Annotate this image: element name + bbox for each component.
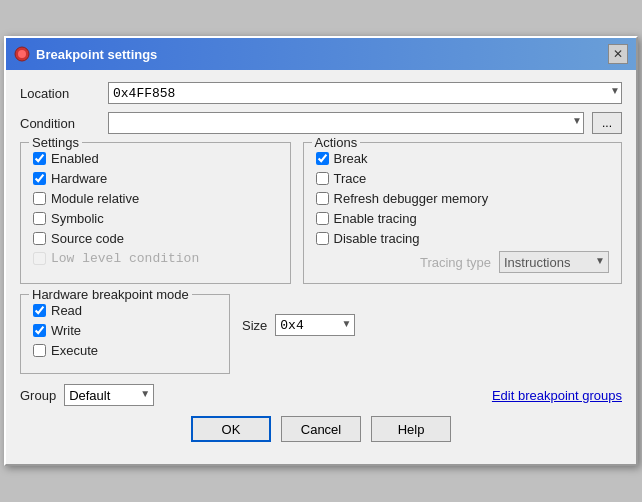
checkbox-symbolic: Symbolic [33,211,278,226]
enable-tracing-label[interactable]: Enable tracing [334,211,417,226]
module-relative-label[interactable]: Module relative [51,191,139,206]
location-row: Location 0x4FF858 ▼ [20,82,622,104]
title-bar: Breakpoint settings ✕ [6,38,636,70]
checkbox-refresh: Refresh debugger memory [316,191,609,206]
checkbox-disable-tracing: Disable tracing [316,231,609,246]
hw-mode-box: Hardware breakpoint mode Read Write Exec… [20,294,230,374]
location-label: Location [20,86,100,101]
dialog-content: Location 0x4FF858 ▼ Condition ▼ ... [6,70,636,464]
group-select-wrapper: Default ▼ [64,384,154,406]
low-level-label: Low level condition [51,251,199,266]
source-code-label[interactable]: Source code [51,231,124,246]
dialog-title: Breakpoint settings [36,47,157,62]
checkbox-break: Break [316,151,609,166]
checkbox-trace: Trace [316,171,609,186]
execute-checkbox[interactable] [33,344,46,357]
close-button[interactable]: ✕ [608,44,628,64]
write-label[interactable]: Write [51,323,81,338]
disable-tracing-checkbox[interactable] [316,232,329,245]
group-area: Group Default ▼ [20,384,154,406]
checkbox-low-level: Low level condition [33,251,278,266]
source-code-checkbox[interactable] [33,232,46,245]
checkbox-hardware: Hardware [33,171,278,186]
group-select[interactable]: Default [64,384,154,406]
bottom-sections: Hardware breakpoint mode Read Write Exec… [20,294,622,374]
cancel-button[interactable]: Cancel [281,416,361,442]
enabled-checkbox[interactable] [33,152,46,165]
sections-row: Settings Enabled Hardware Module relativ… [20,142,622,284]
refresh-checkbox[interactable] [316,192,329,205]
read-label[interactable]: Read [51,303,82,318]
read-checkbox[interactable] [33,304,46,317]
checkbox-source-code: Source code [33,231,278,246]
enable-tracing-checkbox[interactable] [316,212,329,225]
disable-tracing-label[interactable]: Disable tracing [334,231,420,246]
tracing-type-row: Tracing type Instructions ▼ [316,251,609,273]
refresh-label[interactable]: Refresh debugger memory [334,191,489,206]
hardware-label[interactable]: Hardware [51,171,107,186]
actions-title: Actions [312,135,361,150]
size-select-wrapper: 0x1 0x2 0x4 0x8 ▼ [275,314,355,336]
tracing-type-label: Tracing type [420,255,491,270]
size-select[interactable]: 0x1 0x2 0x4 0x8 [275,314,355,336]
footer-row: Group Default ▼ Edit breakpoint groups [20,384,622,406]
checkbox-read: Read [33,303,217,318]
actions-box: Actions Break Trace Refresh debugger mem… [303,142,622,284]
checkbox-write: Write [33,323,217,338]
break-label[interactable]: Break [334,151,368,166]
tracing-type-select[interactable]: Instructions [499,251,609,273]
module-relative-checkbox[interactable] [33,192,46,205]
settings-title: Settings [29,135,82,150]
condition-label: Condition [20,116,100,131]
symbolic-checkbox[interactable] [33,212,46,225]
location-select[interactable]: 0x4FF858 [108,82,622,104]
low-level-checkbox[interactable] [33,252,46,265]
checkbox-enable-tracing: Enable tracing [316,211,609,226]
checkbox-enabled: Enabled [33,151,278,166]
execute-label[interactable]: Execute [51,343,98,358]
checkbox-module-relative: Module relative [33,191,278,206]
settings-box: Settings Enabled Hardware Module relativ… [20,142,291,284]
tracing-type-select-wrapper: Instructions ▼ [499,251,609,273]
edit-groups-link[interactable]: Edit breakpoint groups [492,388,622,403]
group-label: Group [20,388,56,403]
breakpoint-settings-dialog: Breakpoint settings ✕ Location 0x4FF858 … [4,36,638,466]
buttons-row: OK Cancel Help [20,416,622,452]
breakpoint-icon [14,46,30,62]
condition-select[interactable] [108,112,584,134]
hw-mode-title: Hardware breakpoint mode [29,287,192,302]
condition-row: Condition ▼ ... [20,112,622,134]
size-label: Size [242,318,267,333]
break-checkbox[interactable] [316,152,329,165]
trace-checkbox[interactable] [316,172,329,185]
size-area: Size 0x1 0x2 0x4 0x8 ▼ [242,314,355,336]
symbolic-label[interactable]: Symbolic [51,211,104,226]
checkbox-execute: Execute [33,343,217,358]
hardware-checkbox[interactable] [33,172,46,185]
trace-label[interactable]: Trace [334,171,367,186]
title-bar-left: Breakpoint settings [14,46,157,62]
enabled-label[interactable]: Enabled [51,151,99,166]
write-checkbox[interactable] [33,324,46,337]
help-button[interactable]: Help [371,416,451,442]
ok-button[interactable]: OK [191,416,271,442]
location-combo-wrapper: 0x4FF858 ▼ [108,82,622,104]
svg-point-1 [18,50,26,58]
condition-combo-wrapper: ▼ [108,112,584,134]
condition-dots-button[interactable]: ... [592,112,622,134]
